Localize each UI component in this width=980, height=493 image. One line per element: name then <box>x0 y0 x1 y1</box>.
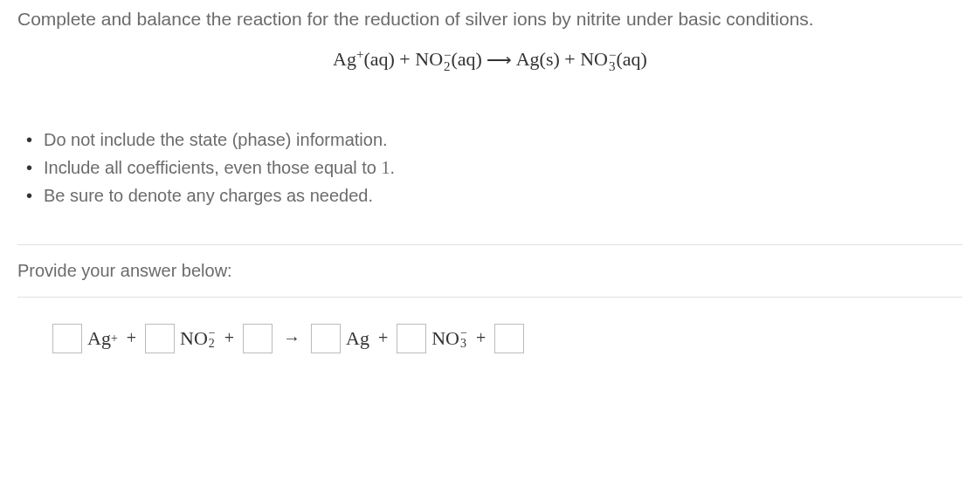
species-no2-minus: NO−2 <box>180 327 216 350</box>
species-no3-minus: NO−3 <box>431 327 467 350</box>
species-ag-plus: Ag+ <box>87 327 118 350</box>
answer-area: Ag+ + NO−2 + → Ag + NO−3 + <box>17 298 963 380</box>
coefficient-input-3[interactable] <box>243 324 273 353</box>
instruction-item: Be sure to denote any charges as needed. <box>44 181 963 209</box>
plus-operator: + <box>224 328 234 348</box>
plus-operator: + <box>378 328 388 348</box>
coefficient-input-4[interactable] <box>311 324 341 353</box>
plus-operator: + <box>476 328 486 348</box>
plus-operator: + <box>127 328 136 348</box>
species-ag: Ag <box>346 327 369 350</box>
answer-prompt-label: Provide your answer below: <box>17 245 963 297</box>
coefficient-input-2[interactable] <box>145 324 175 353</box>
coefficient-input-6[interactable] <box>494 324 524 353</box>
instruction-item: Include all coefficients, even those equ… <box>44 154 963 181</box>
arrow-operator: → <box>283 328 300 348</box>
coefficient-input-1[interactable] <box>52 324 82 353</box>
instruction-list: Do not include the state (phase) informa… <box>17 126 963 209</box>
reaction-equation: Ag+(aq) + NO−2(aq) ⟶ Ag(s) + NO−3(aq) <box>17 47 963 73</box>
answer-equation-row: Ag+ + NO−2 + → Ag + NO−3 + <box>26 324 954 353</box>
coefficient-input-5[interactable] <box>397 324 426 353</box>
instruction-item: Do not include the state (phase) informa… <box>44 126 963 154</box>
question-prompt: Complete and balance the reaction for th… <box>17 9 963 30</box>
